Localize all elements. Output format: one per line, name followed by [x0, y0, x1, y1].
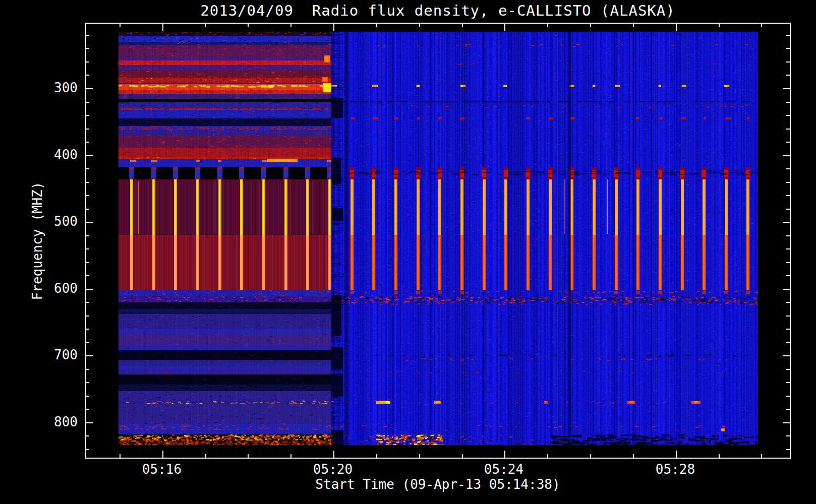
axis-tick [786, 302, 790, 303]
y-axis-label: Frequency (MHZ) [30, 182, 45, 300]
axis-tick [786, 48, 790, 49]
axis-tick [786, 35, 790, 36]
axis-tick [783, 355, 790, 356]
axis-tick [333, 24, 334, 31]
x-tick-label: 05:24 [484, 462, 523, 477]
axis-tick [462, 454, 463, 458]
spectrogram-canvas [119, 32, 758, 445]
axis-tick [761, 24, 762, 27]
axis-tick [205, 24, 206, 27]
axis-tick [86, 129, 89, 130]
axis-tick [86, 142, 89, 143]
axis-tick [205, 454, 206, 458]
axis-tick [248, 454, 249, 458]
axis-tick [86, 182, 89, 183]
axis-tick [162, 24, 163, 31]
axis-tick [786, 262, 790, 263]
spectrogram-page: 2013/04/09 Radio flux density, e-CALLIST… [0, 0, 816, 504]
axis-tick [86, 409, 89, 410]
axis-tick [783, 422, 790, 423]
axis-tick [86, 155, 93, 156]
y-tick-label: 300 [44, 80, 78, 95]
axis-tick [86, 248, 89, 249]
axis-tick [786, 102, 790, 103]
axis-tick [547, 24, 548, 27]
axis-tick [120, 454, 121, 458]
axis-tick [86, 222, 93, 223]
axis-tick [786, 369, 790, 370]
axis-tick [676, 451, 677, 458]
axis-tick [786, 142, 790, 143]
axis-tick [86, 195, 89, 196]
x-tick-label: 05:28 [656, 462, 695, 477]
axis-tick [86, 61, 89, 62]
axis-tick [786, 396, 790, 397]
axis-tick [376, 24, 377, 27]
axis-tick [86, 289, 93, 290]
axis-tick [547, 454, 548, 458]
axis-tick [786, 75, 790, 76]
axis-tick [786, 195, 790, 196]
axis-tick [719, 24, 720, 27]
axis-tick [86, 75, 89, 76]
axis-tick [86, 88, 93, 89]
axis-tick [120, 24, 121, 27]
axis-tick [786, 342, 790, 343]
axis-tick [86, 355, 93, 356]
axis-tick [86, 369, 89, 370]
y-tick-label: 500 [44, 214, 78, 229]
y-tick-label: 800 [44, 414, 78, 429]
axis-tick [333, 451, 334, 458]
axis-tick [633, 24, 634, 27]
axis-tick [86, 48, 89, 49]
y-tick-label: 600 [44, 281, 78, 296]
axis-tick [783, 88, 790, 89]
axis-tick [86, 115, 89, 116]
axis-tick [786, 61, 790, 62]
axis-tick [86, 262, 89, 263]
axis-tick [786, 316, 790, 317]
axis-tick [86, 342, 89, 343]
axis-tick [248, 24, 249, 27]
axis-tick [786, 235, 790, 236]
axis-tick [786, 409, 790, 410]
axis-tick [419, 454, 420, 458]
axis-tick [86, 275, 89, 276]
axis-tick [786, 449, 790, 450]
axis-tick [783, 289, 790, 290]
axis-tick [162, 451, 163, 458]
axis-tick [86, 316, 89, 317]
axis-tick [590, 24, 591, 27]
axis-tick [86, 209, 89, 210]
chart-title: 2013/04/09 Radio flux density, e-CALLIST… [85, 2, 791, 19]
axis-tick [462, 24, 463, 27]
axis-tick [86, 422, 93, 423]
axis-tick [633, 454, 634, 458]
axis-tick [86, 396, 89, 397]
axis-tick [786, 129, 790, 130]
axis-tick [783, 222, 790, 223]
x-axis-label: Start Time (09-Apr-13 05:14:38) [85, 477, 791, 492]
y-tick-label: 700 [44, 347, 78, 362]
axis-tick [786, 182, 790, 183]
axis-tick [504, 451, 505, 458]
axis-tick [590, 454, 591, 458]
axis-tick [786, 115, 790, 116]
plot-frame [85, 23, 791, 459]
axis-tick [86, 382, 89, 383]
axis-tick [786, 275, 790, 276]
axis-tick [290, 454, 292, 458]
x-tick-label: 05:20 [313, 462, 353, 477]
axis-tick [86, 35, 89, 36]
axis-tick [719, 454, 720, 458]
axis-tick [786, 382, 790, 383]
axis-tick [786, 329, 790, 330]
axis-tick [86, 449, 89, 450]
axis-tick [376, 454, 377, 458]
axis-tick [86, 102, 89, 103]
axis-tick [786, 248, 790, 249]
axis-tick [86, 329, 89, 330]
x-tick-label: 05:16 [142, 462, 182, 477]
axis-tick [86, 235, 89, 236]
axis-tick [419, 24, 420, 27]
